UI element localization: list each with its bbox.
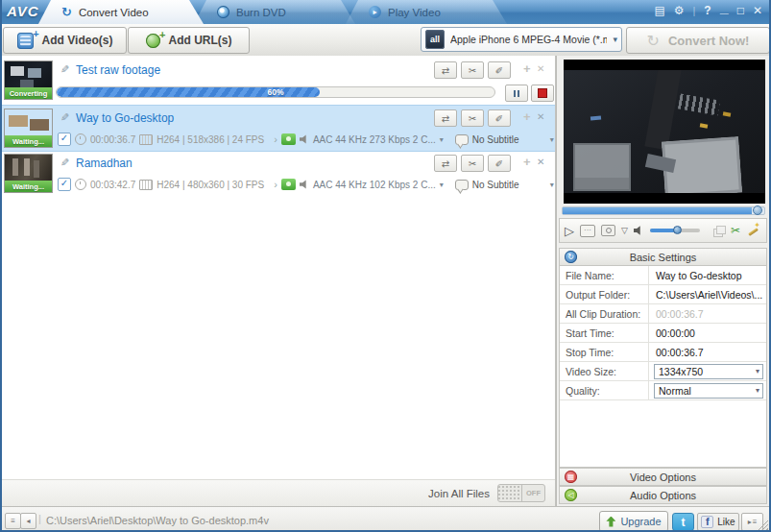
feedback-icon[interactable]: ▤ (654, 4, 664, 17)
chevron-down-icon[interactable]: ▾ (440, 181, 444, 189)
tab-convert-video[interactable]: ↻ Convert Video (38, 0, 204, 24)
swap-output-button[interactable]: ⇄ (434, 61, 457, 79)
play-button[interactable]: ▷ (565, 224, 574, 238)
seek-bar[interactable] (562, 206, 765, 215)
rename-icon[interactable]: ✎ (60, 157, 69, 169)
video-title[interactable]: Way to Go-desktop (76, 111, 174, 125)
start-time-field[interactable]: 00:00:00 (649, 324, 766, 342)
clip-button[interactable]: ✂ (461, 155, 484, 172)
facebook-icon: f (701, 516, 713, 528)
quality-value: Normal (659, 385, 691, 397)
setting-row-output-folder: Output Folder: C:\Users\Ariel\Videos\... (560, 285, 766, 304)
effects-button[interactable]: ✐ (488, 109, 511, 127)
all-formats-icon: all (425, 30, 445, 49)
collapse-button[interactable]: ◂ (20, 513, 36, 529)
facebook-like-button[interactable]: f Like (697, 513, 739, 531)
progress-bar: 60% (56, 86, 495, 98)
convert-now-label: Convert Now! (668, 34, 750, 48)
clip-preview-button[interactable]: ✂ (731, 224, 740, 237)
join-all-files-label: Join All Files (428, 488, 490, 499)
tab-play-video[interactable]: ▸ Play Video (346, 0, 507, 24)
stop-icon (538, 88, 547, 98)
mute-button[interactable] (634, 226, 644, 236)
expand-icon[interactable]: + (523, 155, 531, 169)
filename-field[interactable]: Way to Go-desktop (649, 266, 766, 284)
setting-label: Start Time: (560, 324, 649, 342)
remove-icon[interactable]: ✕ (537, 111, 544, 122)
expand-icon[interactable]: + (523, 109, 531, 124)
video-thumbnail[interactable]: Converting (4, 60, 53, 100)
volume-knob[interactable] (673, 226, 682, 234)
quality-dropdown[interactable]: Normal▾ (654, 383, 763, 399)
subtitle-dropdown[interactable]: No Subtitle (472, 134, 519, 145)
chevron-down-icon[interactable]: ▾ (440, 135, 444, 144)
twitter-button[interactable]: t (672, 513, 694, 531)
volume-slider[interactable] (650, 229, 700, 232)
output-folder-field[interactable]: C:\Users\Ariel\Videos\... (649, 285, 766, 303)
effects-wand-button[interactable] (746, 224, 760, 237)
help-button[interactable]: ? (704, 4, 711, 17)
convert-now-button[interactable]: ↻ Convert Now! (626, 27, 770, 54)
add-urls-button[interactable]: + Add URL(s) (128, 27, 250, 54)
gear-icon[interactable]: ⚙ (674, 4, 685, 17)
video-thumbnail[interactable]: Waiting... (4, 154, 53, 193)
join-all-files-toggle[interactable]: OFF (497, 484, 545, 502)
clip-button[interactable]: ✂ (461, 109, 484, 127)
effects-button[interactable]: ✐ (488, 61, 511, 79)
rename-icon[interactable]: ✎ (60, 63, 69, 76)
bookmark-button[interactable] (713, 226, 725, 236)
row-actions: ⇄ ✂ ✐ (434, 155, 511, 172)
close-button[interactable]: ✕ (753, 4, 762, 17)
chevron-down-button[interactable]: ▽ (621, 226, 628, 235)
title-bar: AVC ↻ Convert Video Burn DVD ▸ Play Vide… (0, 0, 771, 25)
snapshot-button[interactable] (601, 225, 615, 236)
pause-button[interactable] (505, 85, 528, 102)
remove-icon[interactable]: ✕ (537, 157, 544, 167)
chevron-right-icon: › (274, 133, 277, 145)
stop-time-field[interactable]: 00:00:36.7 (649, 343, 766, 361)
add-videos-button[interactable]: + Add Video(s) (3, 27, 127, 54)
minimize-button[interactable]: — (720, 7, 729, 20)
seek-knob[interactable] (753, 206, 762, 215)
upgrade-button[interactable]: Upgrade (599, 511, 668, 532)
list-item-converting[interactable]: Converting ✎ Test raw footage ⇄ ✂ ✐ + ✕ … (2, 58, 555, 106)
tab-burn-dvd[interactable]: Burn DVD (194, 0, 355, 24)
swap-output-button[interactable]: ⇄ (434, 155, 457, 172)
setting-row-start-time: Start Time: 00:00:00 (560, 324, 766, 343)
rename-icon[interactable]: ✎ (60, 111, 69, 124)
clip-button[interactable]: ✂ (461, 61, 484, 79)
output-format-dropdown[interactable]: all Apple iPhone 6 MPEG-4 Movie (*.mp4) … (421, 27, 622, 52)
list-item[interactable]: Waiting... ✎ Ramadhan ⇄ ✂ ✐ + ✕ ✓ 00:03:… (2, 151, 555, 196)
select-checkbox[interactable]: ✓ (58, 133, 71, 146)
format-value: Apple iPhone 6 MPEG-4 Movie (*.mp4) (450, 34, 607, 45)
video-thumbnail[interactable]: Waiting... (4, 109, 53, 148)
audio-track-dropdown[interactable]: AAC 44 KHz 102 Kbps 2 C... (313, 180, 436, 190)
list-item-selected[interactable]: Waiting... ✎ Way to Go-desktop ⇄ ✂ ✐ + ✕… (2, 105, 555, 152)
remove-icon[interactable]: ✕ (537, 63, 544, 74)
video-size-dropdown[interactable]: 1334x750▾ (654, 364, 763, 379)
audio-options-header[interactable]: ◁ Audio Options (559, 486, 767, 504)
chevron-down-icon[interactable]: ▾ (550, 181, 554, 189)
video-title[interactable]: Test raw footage (76, 63, 160, 77)
row-actions: ⇄ ✂ ✐ (434, 109, 511, 127)
subtitle-icon (455, 180, 469, 190)
chevron-down-icon[interactable]: ▾ (550, 135, 554, 144)
maximize-button[interactable]: □ (737, 4, 744, 17)
video-preview[interactable] (564, 60, 765, 204)
tab-label: Convert Video (79, 7, 149, 18)
expand-icon[interactable]: + (523, 61, 531, 76)
subtitle-dropdown[interactable]: No Subtitle (472, 180, 519, 190)
swap-output-button[interactable]: ⇄ (434, 109, 457, 127)
audio-track-dropdown[interactable]: AAC 44 KHz 273 Kbps 2 C... (313, 134, 436, 145)
select-checkbox[interactable]: ✓ (58, 178, 71, 191)
setting-label: Stop Time: (560, 343, 649, 361)
list-footer: Join All Files OFF (2, 479, 555, 506)
window-controls: ▤ ⚙ | ? — □ ✕ (654, 4, 762, 17)
effects-button[interactable]: ✐ (488, 155, 511, 172)
stop-button[interactable] (531, 85, 554, 102)
video-title[interactable]: Ramadhan (76, 157, 133, 170)
video-options-header[interactable]: ▦ Video Options (559, 468, 767, 486)
list-view-button[interactable]: ≡ (5, 513, 21, 529)
basic-settings-header[interactable]: ↻ Basic Settings (559, 248, 767, 266)
frame-button[interactable]: ··· (580, 225, 595, 237)
